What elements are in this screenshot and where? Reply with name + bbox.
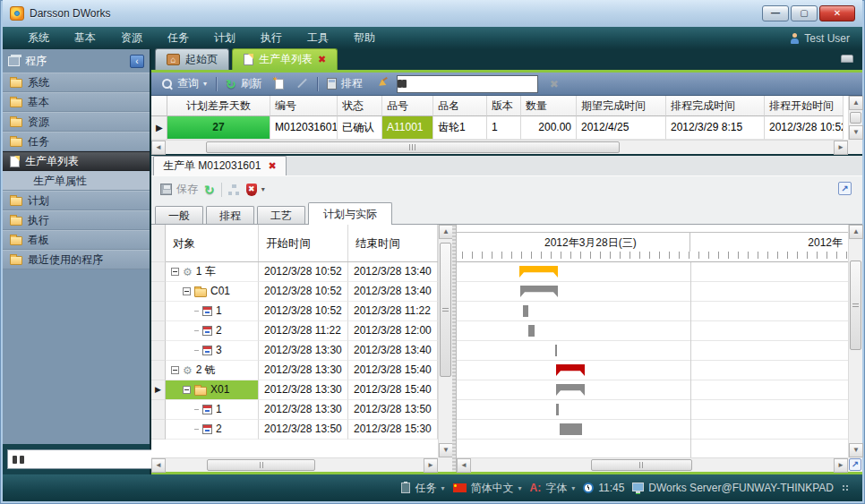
gantt-row-task-x01-1[interactable] (457, 400, 848, 420)
tree-row-task-x01-1[interactable]: 12012/3/28 13:302012/3/28 13:50 (151, 400, 438, 420)
subtab-schedule[interactable]: 排程 (206, 206, 254, 225)
gantt-bar[interactable] (556, 384, 585, 396)
gantt-bar[interactable] (519, 266, 558, 278)
pin-icon[interactable] (841, 55, 853, 63)
maximize-button[interactable]: ▢ (791, 5, 818, 21)
task-dropdown-caret[interactable]: ▾ (441, 484, 444, 492)
menu-execute[interactable]: 执行 (248, 27, 295, 49)
schedule-button[interactable]: 排程 (323, 74, 366, 93)
menu-system[interactable]: 系统 (15, 27, 62, 49)
scroll-down-icon[interactable]: ▼ (439, 443, 453, 457)
order-cell-6[interactable]: 200.00 (521, 116, 577, 140)
gantt-bar[interactable] (555, 345, 557, 356)
status-font-selector[interactable]: A: 字体 ▾ (530, 481, 576, 496)
menu-tools[interactable]: 工具 (295, 27, 341, 49)
detail-refresh-button[interactable]: ↻ (204, 184, 215, 195)
menu-plan[interactable]: 计划 (201, 27, 248, 49)
scroll-right-icon[interactable]: ► (834, 458, 848, 473)
column-header-9[interactable]: 排程开始时间 (765, 96, 844, 116)
gantt-bar[interactable] (556, 404, 559, 415)
column-header-1[interactable]: 编号 (270, 96, 338, 116)
sidebar-item-plan[interactable]: 计划 (3, 191, 150, 210)
tree-object-cell[interactable]: ⚙2 铣 (166, 361, 259, 380)
subtab-process[interactable]: 工艺 (257, 206, 305, 225)
tree-expander-icon[interactable] (183, 386, 191, 394)
column-header-4[interactable]: 品名 (433, 96, 487, 116)
order-cell-0[interactable]: 27 (167, 116, 270, 140)
scroll-right-icon[interactable]: ► (424, 458, 438, 473)
tree-row-task-c01-2[interactable]: 22012/3/28 11:222012/3/28 12:00 (151, 321, 438, 341)
tree-object-cell[interactable]: C01 (166, 282, 259, 302)
orders-grid-row[interactable]: ▶27M012031601已确认A11001齿轮11200.002012/4/2… (151, 116, 848, 140)
sidebar-item-basic[interactable]: 基本 (3, 92, 150, 112)
new-button[interactable] (271, 77, 287, 91)
tree-row-task-c01-3[interactable]: 32012/3/28 13:302012/3/28 13:40 (151, 341, 438, 361)
menu-resource[interactable]: 资源 (108, 27, 155, 49)
tree-row-task-x01-2[interactable]: 22012/3/28 13:502012/3/28 15:30 (151, 420, 438, 440)
close-button[interactable]: ✕ (819, 5, 855, 21)
menu-task[interactable]: 任务 (155, 27, 201, 49)
tree-object-cell[interactable]: ⚙1 车 (166, 262, 259, 282)
gantt-bar[interactable] (528, 325, 535, 337)
tree-grid-horizontal-scrollbar[interactable]: ◄ ► (151, 457, 438, 472)
tree-row-resource-c01[interactable]: C012012/3/28 10:522012/3/28 13:40 (151, 282, 438, 302)
sidebar-item-production-order-list[interactable]: 生产单列表 (3, 151, 150, 171)
column-header-7[interactable]: 期望完成时间 (577, 96, 666, 116)
popout-icon[interactable]: ↗ (838, 182, 852, 195)
sidebar-item-task[interactable]: 任务 (3, 132, 150, 151)
scroll-up-icon[interactable]: ▲ (439, 225, 453, 239)
tree-expander-icon[interactable] (183, 287, 191, 295)
tree-object-cell[interactable]: 3 (166, 341, 259, 361)
toolbar-search-box[interactable]: ✖ (397, 75, 538, 93)
gantt-vertical-scrollbar[interactable]: ▲ ▼ (848, 225, 862, 457)
user-area[interactable]: Test User (790, 32, 850, 45)
language-dropdown-caret[interactable]: ▾ (518, 484, 522, 492)
tree-object-cell[interactable]: 2 (166, 321, 259, 341)
order-cell-5[interactable]: 1 (487, 116, 521, 140)
orders-grid-vertical-scrollbar[interactable]: ▲ ▼ (848, 96, 862, 140)
tree-object-cell[interactable]: 2 (166, 420, 259, 440)
order-cell-8[interactable]: 2012/3/29 8:15 (666, 116, 765, 140)
status-language-selector[interactable]: 简体中文 ▾ (453, 481, 522, 496)
query-button[interactable]: 查询 ▾ (158, 74, 210, 93)
tab-home[interactable]: ⌂起始页 (155, 48, 229, 70)
sidebar-item-resource[interactable]: 资源 (3, 112, 150, 132)
order-cell-2[interactable]: 已确认 (338, 116, 382, 140)
sidebar-item-recent-programs[interactable]: 最近使用的程序 (3, 250, 150, 269)
security-dropdown-caret[interactable]: ▾ (261, 185, 265, 193)
scroll-left-icon[interactable]: ◄ (457, 458, 471, 473)
tree-object-cell[interactable]: X01 (166, 380, 259, 400)
order-cell-7[interactable]: 2012/4/25 (577, 116, 666, 140)
gantt-bar[interactable] (523, 305, 528, 317)
gantt-row-task-c01-2[interactable] (457, 321, 848, 341)
sidebar-item-execute[interactable]: 执行 (3, 210, 150, 230)
tree-row-resource-x01[interactable]: ▶X012012/3/28 13:302012/3/28 15:40 (151, 380, 438, 400)
edit-button[interactable] (293, 76, 312, 91)
tree-row-task-c01-1[interactable]: 12012/3/28 10:522012/3/28 11:22 (151, 302, 438, 321)
gantt-bar[interactable] (556, 364, 585, 376)
order-cell-4[interactable]: 齿轮1 (433, 116, 487, 140)
clean-button[interactable] (372, 76, 391, 91)
gantt-bar[interactable] (520, 286, 558, 297)
scroll-up-icon[interactable]: ▲ (849, 225, 863, 239)
flow-button[interactable] (228, 184, 240, 195)
gantt-horizontal-scrollbar[interactable]: ◄ ► (457, 457, 848, 472)
tree-grid-vertical-scrollbar[interactable]: ▲ ▼ (438, 225, 452, 457)
column-header-3[interactable]: 品号 (382, 96, 433, 116)
gantt-row-task-c01-1[interactable] (457, 302, 848, 321)
gantt-row-group-2-mill[interactable] (457, 361, 848, 380)
tree-row-group-1-lathe[interactable]: ⚙1 车2012/3/28 10:522012/3/28 13:40 (151, 262, 438, 282)
tree-object-cell[interactable]: 1 (166, 400, 259, 420)
tree-row-group-2-mill[interactable]: ⚙2 铣2012/3/28 13:302012/3/28 15:40 (151, 361, 438, 380)
sidebar-search-input[interactable] (29, 453, 167, 466)
scroll-right-icon[interactable]: ► (834, 141, 848, 155)
security-button[interactable]: ✖ ▾ (246, 184, 265, 196)
scroll-down-icon[interactable]: ▼ (849, 443, 863, 457)
tree-column-header-1[interactable]: 开始时间 (259, 225, 348, 261)
order-cell-9[interactable]: 2012/3/28 10:52 (765, 116, 844, 140)
minimize-button[interactable]: — (762, 5, 789, 21)
tab-production-order-list[interactable]: 生产单列表✖ (232, 48, 338, 70)
order-cell-3[interactable]: A11001 (382, 116, 433, 140)
orders-grid-horizontal-scrollbar[interactable]: ◄ ► (151, 140, 848, 154)
gantt-row-group-1-lathe[interactable] (457, 262, 848, 282)
